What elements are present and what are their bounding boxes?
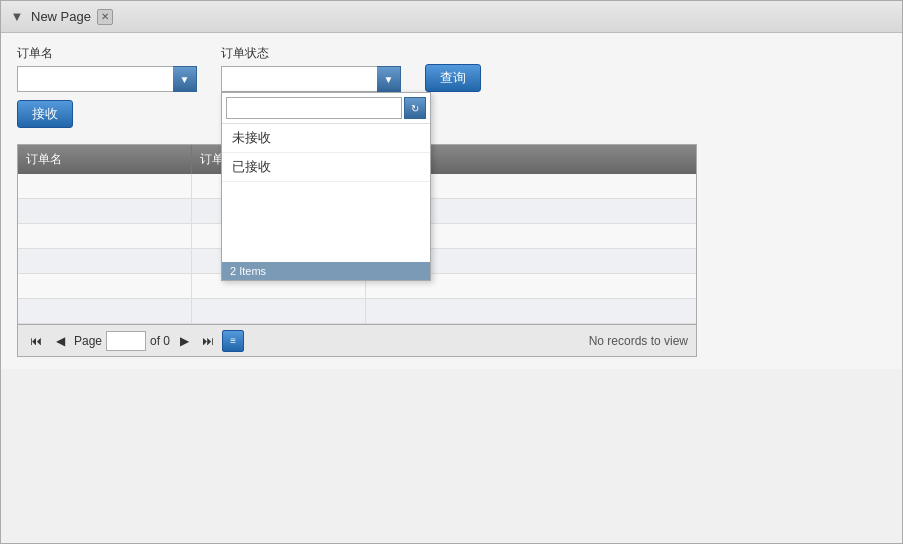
page-of-label: of 0 xyxy=(150,334,170,348)
query-button[interactable]: 查询 xyxy=(425,64,481,92)
order-name-input[interactable] xyxy=(17,66,197,92)
close-icon[interactable]: ✕ xyxy=(97,9,113,25)
next-page-button[interactable]: ▶ xyxy=(174,331,194,351)
order-status-dropdown-wrapper: ▼ ↻ 未接收 已接收 2 Items xyxy=(221,66,401,92)
last-page-button[interactable]: ⏭ xyxy=(198,331,218,351)
order-name-field: 订单名 ▼ xyxy=(17,45,197,92)
export-button[interactable]: ≡ xyxy=(222,330,244,352)
form-row: 订单名 ▼ 订单状态 ▼ ↻ 未接收 xyxy=(17,45,886,92)
cell xyxy=(18,274,192,298)
page-title: New Page xyxy=(31,9,91,24)
status-dropdown-popup: ↻ 未接收 已接收 2 Items xyxy=(221,92,431,281)
table-row xyxy=(18,299,696,324)
titlebar-arrow-icon[interactable]: ▼ xyxy=(9,9,25,25)
titlebar: ▼ New Page ✕ xyxy=(1,1,902,33)
order-status-input[interactable] xyxy=(221,66,401,92)
order-status-field: 订单状态 ▼ ↻ 未接收 已接收 2 Items xyxy=(221,45,401,92)
page-label: Page xyxy=(74,334,102,348)
popup-item-unread[interactable]: 未接收 xyxy=(222,124,430,153)
cell xyxy=(192,299,366,323)
popup-item-read[interactable]: 已接收 xyxy=(222,153,430,182)
cell xyxy=(18,199,192,223)
cell xyxy=(18,299,192,323)
order-status-label: 订单状态 xyxy=(221,45,401,62)
order-name-dropdown-arrow[interactable]: ▼ xyxy=(173,66,197,92)
toolbar-row: 接收 xyxy=(17,100,886,136)
popup-footer: 2 Items xyxy=(222,262,430,280)
cell xyxy=(366,299,696,323)
popup-search-input[interactable] xyxy=(226,97,402,119)
popup-search-icon[interactable]: ↻ xyxy=(404,97,426,119)
cell xyxy=(18,174,192,198)
popup-search-row: ↻ xyxy=(222,93,430,124)
cell xyxy=(18,224,192,248)
popup-spacer xyxy=(222,182,430,262)
col-order-name: 订单名 xyxy=(18,145,192,174)
pagination-bar: ⏮ ◀ Page of 0 ▶ ⏭ ≡ No records to view xyxy=(17,325,697,357)
cell xyxy=(18,249,192,273)
receive-button[interactable]: 接收 xyxy=(17,100,73,128)
content-area: 订单名 ▼ 订单状态 ▼ ↻ 未接收 xyxy=(1,33,902,369)
no-records-status: No records to view xyxy=(589,334,688,348)
prev-page-button[interactable]: ◀ xyxy=(50,331,70,351)
order-status-dropdown-arrow[interactable]: ▼ xyxy=(377,66,401,92)
first-page-button[interactable]: ⏮ xyxy=(26,331,46,351)
order-name-label: 订单名 xyxy=(17,45,197,62)
main-window: ▼ New Page ✕ 订单名 ▼ 订单状态 ▼ xyxy=(0,0,903,544)
page-number-select[interactable] xyxy=(106,331,146,351)
order-name-dropdown-wrapper: ▼ xyxy=(17,66,197,92)
